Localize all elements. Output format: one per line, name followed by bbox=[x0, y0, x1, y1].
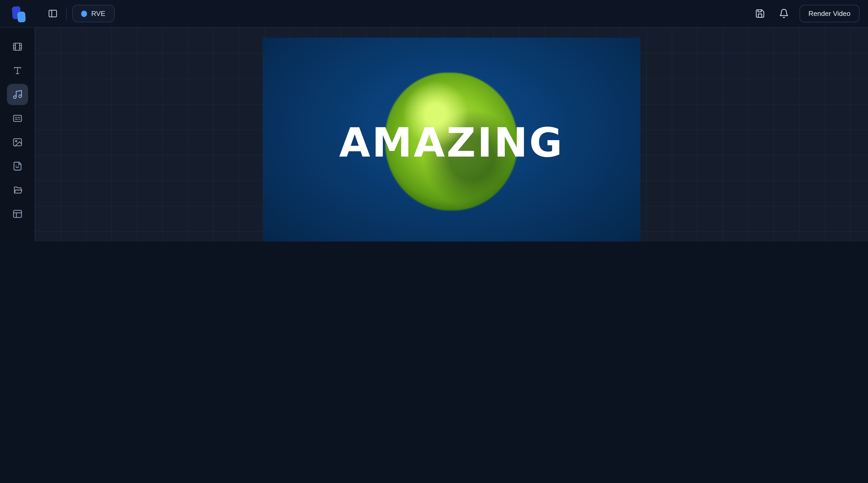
music-icon bbox=[12, 89, 23, 100]
sidebar-item-captions[interactable] bbox=[7, 108, 28, 129]
panel-left-icon bbox=[48, 8, 58, 19]
folder-open-icon bbox=[12, 185, 23, 195]
video-editor-app: RVE Render Video bbox=[0, 0, 868, 241]
sidebar-item-templates[interactable] bbox=[7, 203, 28, 224]
notifications-button[interactable] bbox=[775, 5, 792, 22]
layout-template-icon bbox=[12, 209, 23, 219]
bell-icon bbox=[779, 8, 789, 19]
canvas-area: AMAZING bbox=[35, 28, 868, 241]
save-button[interactable] bbox=[751, 5, 768, 22]
sidebar-item-text[interactable] bbox=[7, 60, 28, 81]
sidebar-item-video[interactable] bbox=[7, 36, 28, 57]
project-status-dot bbox=[81, 10, 87, 17]
sidebar-item-uploads[interactable] bbox=[7, 179, 28, 201]
video-preview[interactable]: AMAZING bbox=[262, 38, 641, 241]
captions-icon bbox=[12, 113, 23, 124]
project-chip[interactable]: RVE bbox=[72, 5, 114, 22]
sidebar-toggle-button[interactable] bbox=[44, 5, 61, 22]
sidebar-item-audio[interactable] bbox=[7, 84, 28, 105]
image-icon bbox=[12, 137, 23, 148]
topbar: RVE Render Video bbox=[0, 0, 868, 28]
project-name: RVE bbox=[91, 9, 105, 18]
tool-sidebar bbox=[0, 28, 35, 241]
app-logo bbox=[8, 4, 30, 23]
save-icon bbox=[755, 8, 765, 19]
topbar-divider bbox=[66, 7, 67, 21]
film-icon bbox=[12, 41, 23, 52]
type-icon bbox=[12, 65, 23, 76]
render-video-button[interactable]: Render Video bbox=[799, 5, 860, 22]
sidebar-item-stickers[interactable] bbox=[7, 155, 28, 177]
preview-title-text[interactable]: AMAZING bbox=[262, 119, 641, 166]
sticker-icon bbox=[12, 161, 23, 172]
sidebar-item-images[interactable] bbox=[7, 132, 28, 153]
